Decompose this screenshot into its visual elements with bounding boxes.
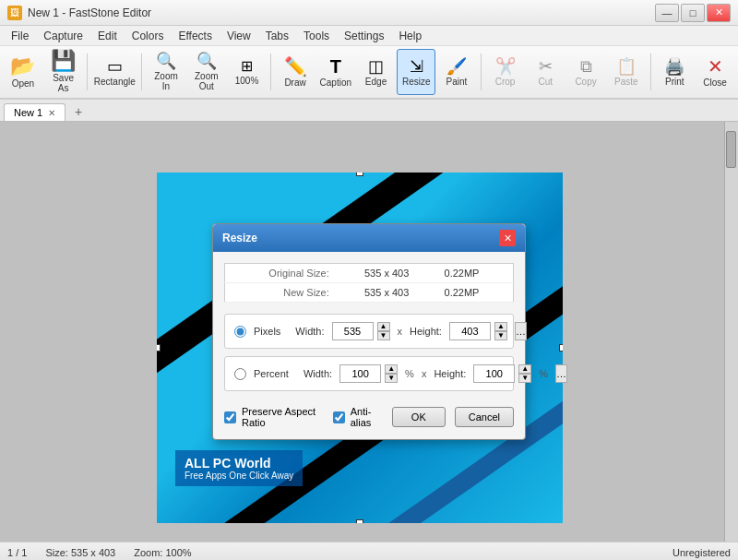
- pct-width-spin-down[interactable]: ▼: [385, 374, 398, 383]
- percent-radio[interactable]: [234, 368, 246, 380]
- menu-view[interactable]: View: [220, 28, 258, 44]
- zoom100-label: 100%: [235, 76, 259, 86]
- height-spin-up[interactable]: ▲: [494, 322, 507, 331]
- pixels-radio-label: Pixels: [254, 326, 280, 337]
- cross-label: x: [398, 326, 403, 337]
- pct-width-spinner[interactable]: ▲ ▼: [385, 364, 398, 383]
- pct-height-input[interactable]: [473, 364, 515, 383]
- tab-close-icon[interactable]: ✕: [48, 108, 55, 118]
- pct-width-input-group: ▲ ▼: [339, 364, 398, 383]
- menu-capture[interactable]: Capture: [36, 28, 90, 44]
- height-spin-down[interactable]: ▼: [494, 331, 507, 340]
- dialog-footer: Preserve Aspect Ratio Anti-alias OK Canc…: [224, 400, 514, 428]
- preserve-checkbox[interactable]: [224, 411, 236, 423]
- window-title: New 1 - FastStone Editor: [28, 6, 151, 19]
- ok-button[interactable]: OK: [392, 407, 446, 427]
- original-size-label: Original Size:: [225, 264, 340, 283]
- cut-icon: ✂: [539, 58, 553, 75]
- dialog-close-button[interactable]: ✕: [499, 230, 516, 246]
- menu-effects[interactable]: Effects: [171, 28, 219, 44]
- tab-new1[interactable]: New 1 ✕: [4, 103, 65, 121]
- percent-dots-button[interactable]: …: [555, 364, 567, 383]
- height-label: Height:: [410, 326, 442, 337]
- rectangle-icon: ▭: [107, 58, 123, 75]
- menu-edit[interactable]: Edit: [90, 28, 125, 44]
- handle-right[interactable]: [559, 344, 563, 351]
- toolbar-sep-2: [141, 54, 142, 90]
- window-close-button[interactable]: ✕: [707, 4, 731, 22]
- zoomout-icon: 🔍: [196, 53, 217, 69]
- maximize-button[interactable]: □: [681, 4, 705, 22]
- pixels-row: Pixels Width: ▲ ▼ x Height:: [234, 322, 504, 340]
- app-icon: 🖼: [7, 6, 22, 20]
- zoomout-button[interactable]: 🔍 Zoom Out: [187, 49, 226, 95]
- pct-height-spin-up[interactable]: ▲: [518, 364, 531, 374]
- scrollbar-vertical[interactable]: [724, 122, 738, 542]
- resize-button[interactable]: ⇲ Resize: [397, 49, 435, 95]
- caption-button[interactable]: T Caption: [316, 49, 355, 95]
- copy-icon: ⧉: [580, 58, 592, 75]
- width-spin-down[interactable]: ▼: [377, 331, 390, 340]
- crop-button: ✂️ Crop: [486, 49, 525, 95]
- width-label: Width:: [295, 326, 324, 337]
- rectangle-button[interactable]: ▭ Rectangle: [92, 49, 137, 95]
- paste-button: 📋 Paste: [607, 49, 646, 95]
- pct-height-spin-down[interactable]: ▼: [518, 374, 531, 383]
- scrollbar-thumb[interactable]: [726, 131, 736, 168]
- pct-width-input[interactable]: [339, 364, 381, 383]
- toolbar: 📂 Open 💾 Save As ▭ Rectangle 🔍 Zoom In 🔍…: [0, 46, 738, 100]
- antialias-row: Anti-alias: [333, 406, 383, 428]
- pct-height-label: Height:: [434, 368, 466, 379]
- menu-settings[interactable]: Settings: [337, 28, 391, 44]
- menu-tools[interactable]: Tools: [296, 28, 337, 44]
- edge-button[interactable]: ◫ Edge: [357, 49, 396, 95]
- status-bar: 1 / 1 Size: 535 x 403 Zoom: 100% Unregis…: [0, 542, 738, 560]
- pixels-dots-button[interactable]: …: [515, 322, 527, 340]
- new-mp-value: 0.22MP: [434, 283, 514, 303]
- dialog-body: Original Size: 535 x 403 0.22MP New Size…: [213, 252, 525, 439]
- menu-file[interactable]: File: [4, 28, 36, 44]
- draw-button[interactable]: ✏️ Draw: [276, 49, 315, 95]
- pct-percent-label: %: [405, 368, 414, 379]
- antialias-checkbox[interactable]: [333, 411, 345, 423]
- height-spinner[interactable]: ▲ ▼: [494, 322, 507, 340]
- pct-width-spin-up[interactable]: ▲: [385, 364, 398, 374]
- pixels-radio[interactable]: [234, 326, 246, 338]
- width-spinner[interactable]: ▲ ▼: [377, 322, 390, 340]
- cancel-button[interactable]: Cancel: [455, 407, 514, 427]
- width-spin-up[interactable]: ▲: [377, 322, 390, 331]
- new-size-label: New Size:: [225, 283, 340, 303]
- height-input[interactable]: [449, 322, 491, 340]
- watermark: ALL PC World Free Apps One Click Away: [175, 450, 303, 486]
- zoomin-button[interactable]: 🔍 Zoom In: [147, 49, 185, 95]
- menu-help[interactable]: Help: [391, 28, 429, 44]
- handle-left[interactable]: [157, 344, 161, 351]
- paint-button[interactable]: 🖌️ Paint: [437, 49, 476, 95]
- height-input-group: ▲ ▼: [449, 322, 507, 340]
- saveas-label: Save As: [47, 73, 80, 93]
- pct-height-spinner[interactable]: ▲ ▼: [518, 364, 531, 383]
- handle-top[interactable]: [356, 173, 363, 176]
- print-button[interactable]: 🖨️ Print: [656, 49, 695, 95]
- draw-label: Draw: [284, 77, 305, 88]
- status-registration: Unregistered: [673, 547, 731, 558]
- close-button[interactable]: ✕ Close: [696, 49, 734, 95]
- paste-label: Paste: [614, 77, 638, 87]
- tab-add-button[interactable]: +: [69, 102, 88, 121]
- open-button[interactable]: 📂 Open: [4, 49, 42, 95]
- status-zoom: Zoom: 100%: [134, 547, 191, 558]
- watermark-sub: Free Apps One Click Away: [184, 471, 293, 481]
- width-input[interactable]: [332, 322, 374, 340]
- dialog-info-table: Original Size: 535 x 403 0.22MP New Size…: [224, 263, 514, 303]
- canvas-area: ALL PC World Free Apps One Click Away Re…: [0, 122, 738, 542]
- minimize-button[interactable]: —: [655, 4, 679, 22]
- handle-bottom[interactable]: [356, 519, 363, 523]
- menu-colors[interactable]: Colors: [125, 28, 172, 44]
- pixels-section: Pixels Width: ▲ ▼ x Height:: [224, 314, 514, 349]
- zoom100-button[interactable]: ⊞ 100%: [228, 49, 267, 95]
- saveas-button[interactable]: 💾 Save As: [44, 49, 83, 95]
- menu-tabs[interactable]: Tabs: [258, 28, 296, 44]
- preserve-label: Preserve Aspect Ratio: [242, 406, 324, 428]
- title-bar: 🖼 New 1 - FastStone Editor — □ ✕: [0, 0, 738, 26]
- toolbar-sep-1: [87, 54, 88, 90]
